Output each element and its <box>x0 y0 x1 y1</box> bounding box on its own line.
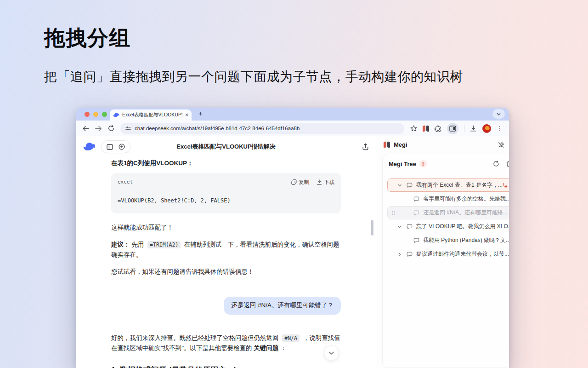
tree-item-label: 提议通过邮件沟通来代替会议，以节... <box>416 250 509 258</box>
chevron-down-icon[interactable] <box>397 183 403 188</box>
tab-strip: Excel表格匹配与VLOOKUP报错解决 × + <box>76 108 509 121</box>
site-settings-icon[interactable] <box>125 126 131 131</box>
side-panel-toggle-button[interactable] <box>447 123 458 134</box>
download-icon <box>317 179 322 185</box>
browser-tab[interactable]: Excel表格匹配与VLOOKUP报错解决 × <box>110 109 192 121</box>
new-tab-button[interactable]: + <box>198 109 203 117</box>
chat-bubble-icon <box>407 252 413 257</box>
user-message-bubble: 还是返回 #N/A。还有哪里可能错了？ <box>224 297 341 315</box>
refresh-tree-icon[interactable] <box>493 161 499 167</box>
toolbar-divider <box>464 125 464 132</box>
tree-item[interactable]: 我能用 Python (Pandas) 做吗？文... <box>387 234 509 247</box>
chevron-down-icon[interactable] <box>397 224 403 229</box>
tree-item-label: 我能用 Python (Pandas) 做吗？文... <box>423 236 509 244</box>
deepseek-favicon-icon <box>113 112 119 118</box>
chat-bubble-icon <box>407 183 413 188</box>
megi-side-panel: Megi ✕ Megi Tree 3 <box>376 136 509 368</box>
section-heading: 1. 数据格式问题 (最常见的原因之一) <box>111 364 341 368</box>
tree-item-label: 名字里可能有多余的空格。先给我... <box>423 195 509 203</box>
share-upload-icon[interactable] <box>362 143 369 150</box>
chevron-down-icon <box>329 351 334 355</box>
extensions-puzzle-icon[interactable] <box>435 125 441 132</box>
chevron-right-icon[interactable] <box>397 252 403 257</box>
inline-code: #N/A <box>282 334 300 342</box>
window-content: Excel表格匹配与VLOOKUP报错解决 在表1的C列使用VLOOKUP： e… <box>76 136 509 368</box>
chat-header: Excel表格匹配与VLOOKUP报错解决 <box>76 136 376 157</box>
tree-item[interactable]: 提议通过邮件沟通来代替会议，以节... <box>387 247 509 261</box>
code-language-label: excel <box>118 178 133 186</box>
delete-tree-icon[interactable] <box>506 161 509 167</box>
back-button[interactable] <box>82 126 89 132</box>
unpin-panel-icon[interactable] <box>498 142 504 148</box>
megi-tree: 我有两个 Excel 表。表1 是名字，...名字里可能有多余的空格。先给我..… <box>383 172 509 261</box>
downloads-icon[interactable] <box>470 125 477 132</box>
reload-button[interactable] <box>108 125 114 132</box>
tree-item-label: 还是返回 #N/A。还有哪里可能错... <box>423 209 509 217</box>
chevron-down-icon <box>497 113 501 115</box>
chat-bubble-icon <box>413 196 419 202</box>
megi-logo-icon <box>384 142 390 148</box>
url-text: chat.deepseek.com/a/chat/s/19af495e-b81d… <box>135 126 300 131</box>
panel-header: Megi ✕ <box>376 136 509 153</box>
toggle-sidebar-icon[interactable] <box>107 144 113 150</box>
chat-bubble-icon <box>413 210 419 216</box>
assistant-text: 好的，我们来深入排查。既然已经处理了空格问题但仍然返回 #N/A ，说明查找值在… <box>111 333 341 354</box>
assistant-text: 您试试看，如果还有问题请告诉我具体的错误信息！ <box>111 267 341 277</box>
chat-bubble-icon <box>407 224 413 230</box>
hero-section: 拖拽分组 把「追问」直接拖拽到另一个问题下面成为子节点，手动构建你的知识树 <box>44 24 463 86</box>
tab-close-icon[interactable]: × <box>185 112 188 118</box>
bookmark-star-icon[interactable] <box>410 125 417 132</box>
tree-item-label: 忘了 VLOOKUP 吧。教我怎么用 XLO... <box>416 223 509 230</box>
code-content: =VLOOKUP(B2, Sheet2!C:D, 2, FALSE) <box>111 187 341 213</box>
deepseek-chat-area: Excel表格匹配与VLOOKUP报错解决 在表1的C列使用VLOOKUP： e… <box>76 136 376 368</box>
tab-search-button[interactable] <box>492 109 505 119</box>
drop-indicator-arrow-icon <box>503 183 508 188</box>
download-code-button[interactable]: 下载 <box>317 178 334 187</box>
tab-title: Excel表格匹配与VLOOKUP报错解决 <box>122 112 182 118</box>
new-chat-icon[interactable] <box>119 144 125 150</box>
tree-card-header: Megi Tree 3 <box>383 154 509 172</box>
page-title: 拖拽分组 <box>44 24 463 52</box>
message-list: 在表1的C列使用VLOOKUP： excel 复制 下载 <box>111 158 341 368</box>
minimize-window-button[interactable] <box>93 112 98 117</box>
tree-item[interactable]: 忘了 VLOOKUP 吧。教我怎么用 XLO... <box>387 220 509 233</box>
tree-item-label: 我有两个 Excel 表。表1 是名字，... <box>416 181 503 189</box>
tree-item[interactable]: 名字里可能有多余的空格。先给我... <box>387 192 509 206</box>
megi-extension-icon[interactable] <box>423 126 429 132</box>
toolbar-actions: ⋮ <box>410 123 503 134</box>
scroll-to-bottom-button[interactable] <box>324 345 339 361</box>
browser-toolbar: chat.deepseek.com/a/chat/s/19af495e-b81d… <box>76 121 509 136</box>
address-bar[interactable]: chat.deepseek.com/a/chat/s/19af495e-b81d… <box>120 123 404 134</box>
panel-title: Megi <box>394 141 407 148</box>
assistant-text: 在表1的C列使用VLOOKUP： <box>111 158 341 169</box>
window-controls <box>85 112 107 117</box>
close-window-button[interactable] <box>85 112 90 117</box>
code-block: excel 复制 下载 =VLOOKUP(B2, Sh <box>111 173 341 213</box>
node-count-badge: 3 <box>419 160 427 167</box>
chat-toolbar-pill <box>101 140 130 153</box>
megi-tree-card: Megi Tree 3 我有两个 Excel 表。表1 是名字，...名字里可能… <box>382 154 509 368</box>
tree-item[interactable]: 我有两个 Excel 表。表1 是名字，... <box>387 178 509 192</box>
profile-avatar[interactable] <box>482 124 491 133</box>
chat-bubble-icon <box>413 238 419 243</box>
zoom-window-button[interactable] <box>102 112 107 117</box>
tree-title: Megi Tree <box>389 161 416 167</box>
tree-item[interactable]: 还是返回 #N/A。还有哪里可能错... <box>387 206 509 219</box>
assistant-text: 这样就能成功匹配了！ <box>111 223 341 233</box>
inline-code: =TRIM(A2) <box>147 241 181 248</box>
deepseek-logo-icon <box>83 142 96 152</box>
page-subtitle: 把「追问」直接拖拽到另一个问题下面成为子节点，手动构建你的知识树 <box>44 68 463 86</box>
copy-icon <box>291 179 297 185</box>
forward-button[interactable] <box>95 126 102 132</box>
drag-handle-icon[interactable] <box>392 210 395 215</box>
browser-window: Excel表格匹配与VLOOKUP报错解决 × + chat.deepseek.… <box>76 108 509 368</box>
assistant-text: 建议： 先用 =TRIM(A2) 在辅助列测试一下，看看清洗前后的变化，确认空格… <box>111 240 341 260</box>
menu-kebab-icon[interactable]: ⋮ <box>497 125 503 132</box>
copy-code-button[interactable]: 复制 <box>291 178 309 187</box>
chat-scrollbar-thumb[interactable] <box>371 220 373 236</box>
